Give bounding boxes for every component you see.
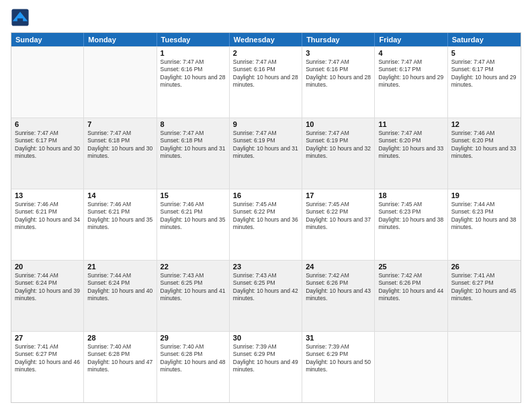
header-day-monday: Monday xyxy=(84,33,157,46)
cal-cell-25: 25Sunrise: 7:42 AM Sunset: 6:26 PM Dayli… xyxy=(375,261,447,331)
cell-info: Sunrise: 7:41 AM Sunset: 6:27 PM Dayligh… xyxy=(15,343,80,374)
logo-icon xyxy=(11,8,30,27)
cal-cell-29: 29Sunrise: 7:40 AM Sunset: 6:28 PM Dayli… xyxy=(157,332,230,402)
cell-info: Sunrise: 7:43 AM Sunset: 6:25 PM Dayligh… xyxy=(161,272,226,303)
cal-row-4: 27Sunrise: 7:41 AM Sunset: 6:27 PM Dayli… xyxy=(11,331,521,402)
cell-info: Sunrise: 7:47 AM Sunset: 6:18 PM Dayligh… xyxy=(87,130,152,161)
day-number: 15 xyxy=(161,191,226,199)
header-day-saturday: Saturday xyxy=(448,33,521,46)
cell-info: Sunrise: 7:47 AM Sunset: 6:17 PM Dayligh… xyxy=(15,130,80,161)
cell-info: Sunrise: 7:47 AM Sunset: 6:16 PM Dayligh… xyxy=(233,58,298,89)
day-number: 18 xyxy=(378,191,443,199)
cal-row-3: 20Sunrise: 7:44 AM Sunset: 6:24 PM Dayli… xyxy=(11,260,521,331)
cal-cell-8: 8Sunrise: 7:47 AM Sunset: 6:18 PM Daylig… xyxy=(157,118,230,189)
cal-cell-3: 3Sunrise: 7:47 AM Sunset: 6:16 PM Daylig… xyxy=(302,47,375,118)
cal-cell-26: 26Sunrise: 7:41 AM Sunset: 6:27 PM Dayli… xyxy=(448,261,521,331)
cal-cell-24: 24Sunrise: 7:42 AM Sunset: 6:26 PM Dayli… xyxy=(302,261,375,331)
day-number: 21 xyxy=(87,263,152,271)
header xyxy=(11,8,521,27)
day-number: 19 xyxy=(451,191,517,199)
day-number: 29 xyxy=(161,334,226,342)
cal-cell-13: 13Sunrise: 7:46 AM Sunset: 6:21 PM Dayli… xyxy=(11,189,84,260)
cal-cell-empty-1 xyxy=(84,47,157,118)
cell-info: Sunrise: 7:47 AM Sunset: 6:20 PM Dayligh… xyxy=(378,130,443,161)
cell-info: Sunrise: 7:45 AM Sunset: 6:23 PM Dayligh… xyxy=(378,201,443,232)
day-number: 24 xyxy=(306,263,371,271)
cal-cell-21: 21Sunrise: 7:44 AM Sunset: 6:24 PM Dayli… xyxy=(84,261,157,331)
day-number: 23 xyxy=(233,263,298,271)
day-number: 16 xyxy=(233,191,298,199)
day-number: 4 xyxy=(378,49,443,57)
header-day-tuesday: Tuesday xyxy=(157,33,230,46)
calendar-header: SundayMondayTuesdayWednesdayThursdayFrid… xyxy=(11,33,521,46)
cell-info: Sunrise: 7:39 AM Sunset: 6:29 PM Dayligh… xyxy=(233,343,298,374)
day-number: 27 xyxy=(15,334,80,342)
day-number: 17 xyxy=(306,191,371,199)
day-number: 10 xyxy=(306,120,371,128)
cal-cell-19: 19Sunrise: 7:44 AM Sunset: 6:23 PM Dayli… xyxy=(448,189,521,260)
calendar: SundayMondayTuesdayWednesdayThursdayFrid… xyxy=(11,32,521,403)
day-number: 26 xyxy=(451,263,517,271)
cal-cell-1: 1Sunrise: 7:47 AM Sunset: 6:16 PM Daylig… xyxy=(157,47,230,118)
day-number: 22 xyxy=(161,263,226,271)
day-number: 6 xyxy=(15,120,80,128)
cell-info: Sunrise: 7:44 AM Sunset: 6:24 PM Dayligh… xyxy=(15,272,80,303)
cal-cell-11: 11Sunrise: 7:47 AM Sunset: 6:20 PM Dayli… xyxy=(375,118,447,189)
day-number: 28 xyxy=(87,334,152,342)
cal-cell-31: 31Sunrise: 7:39 AM Sunset: 6:29 PM Dayli… xyxy=(302,332,375,402)
cell-info: Sunrise: 7:44 AM Sunset: 6:24 PM Dayligh… xyxy=(87,272,152,303)
day-number: 31 xyxy=(306,334,371,342)
cal-cell-30: 30Sunrise: 7:39 AM Sunset: 6:29 PM Dayli… xyxy=(230,332,302,402)
cal-cell-15: 15Sunrise: 7:46 AM Sunset: 6:21 PM Dayli… xyxy=(157,189,230,260)
cal-cell-18: 18Sunrise: 7:45 AM Sunset: 6:23 PM Dayli… xyxy=(375,189,447,260)
cell-info: Sunrise: 7:42 AM Sunset: 6:26 PM Dayligh… xyxy=(306,272,371,303)
cal-cell-2: 2Sunrise: 7:47 AM Sunset: 6:16 PM Daylig… xyxy=(230,47,302,118)
cell-info: Sunrise: 7:47 AM Sunset: 6:16 PM Dayligh… xyxy=(161,58,226,89)
page: SundayMondayTuesdayWednesdayThursdayFrid… xyxy=(0,0,532,411)
cell-info: Sunrise: 7:43 AM Sunset: 6:25 PM Dayligh… xyxy=(233,272,298,303)
cell-info: Sunrise: 7:46 AM Sunset: 6:21 PM Dayligh… xyxy=(15,201,80,232)
cell-info: Sunrise: 7:46 AM Sunset: 6:21 PM Dayligh… xyxy=(87,201,152,232)
cell-info: Sunrise: 7:47 AM Sunset: 6:18 PM Dayligh… xyxy=(161,130,226,161)
cal-cell-12: 12Sunrise: 7:46 AM Sunset: 6:20 PM Dayli… xyxy=(448,118,521,189)
cell-info: Sunrise: 7:39 AM Sunset: 6:29 PM Dayligh… xyxy=(306,343,371,374)
header-day-thursday: Thursday xyxy=(302,33,375,46)
cal-cell-14: 14Sunrise: 7:46 AM Sunset: 6:21 PM Dayli… xyxy=(84,189,157,260)
cell-info: Sunrise: 7:47 AM Sunset: 6:16 PM Dayligh… xyxy=(306,58,371,89)
cal-cell-empty-6 xyxy=(448,332,521,402)
logo xyxy=(11,8,32,27)
cal-cell-5: 5Sunrise: 7:47 AM Sunset: 6:17 PM Daylig… xyxy=(448,47,521,118)
day-number: 7 xyxy=(87,120,152,128)
cal-cell-empty-5 xyxy=(375,332,447,402)
day-number: 9 xyxy=(233,120,298,128)
cell-info: Sunrise: 7:44 AM Sunset: 6:23 PM Dayligh… xyxy=(451,201,517,232)
day-number: 11 xyxy=(378,120,443,128)
cell-info: Sunrise: 7:45 AM Sunset: 6:22 PM Dayligh… xyxy=(233,201,298,232)
day-number: 5 xyxy=(451,49,517,57)
header-day-wednesday: Wednesday xyxy=(230,33,302,46)
cal-cell-22: 22Sunrise: 7:43 AM Sunset: 6:25 PM Dayli… xyxy=(157,261,230,331)
cell-info: Sunrise: 7:42 AM Sunset: 6:26 PM Dayligh… xyxy=(378,272,443,303)
cal-cell-28: 28Sunrise: 7:40 AM Sunset: 6:28 PM Dayli… xyxy=(84,332,157,402)
cal-cell-6: 6Sunrise: 7:47 AM Sunset: 6:17 PM Daylig… xyxy=(11,118,84,189)
cal-row-0: 1Sunrise: 7:47 AM Sunset: 6:16 PM Daylig… xyxy=(11,46,521,118)
cal-cell-20: 20Sunrise: 7:44 AM Sunset: 6:24 PM Dayli… xyxy=(11,261,84,331)
cell-info: Sunrise: 7:47 AM Sunset: 6:17 PM Dayligh… xyxy=(378,58,443,89)
day-number: 2 xyxy=(233,49,298,57)
calendar-body: 1Sunrise: 7:47 AM Sunset: 6:16 PM Daylig… xyxy=(11,46,521,402)
cell-info: Sunrise: 7:45 AM Sunset: 6:22 PM Dayligh… xyxy=(306,201,371,232)
day-number: 1 xyxy=(161,49,226,57)
day-number: 13 xyxy=(15,191,80,199)
cal-cell-empty-0 xyxy=(11,47,84,118)
cell-info: Sunrise: 7:41 AM Sunset: 6:27 PM Dayligh… xyxy=(451,272,517,303)
cal-cell-27: 27Sunrise: 7:41 AM Sunset: 6:27 PM Dayli… xyxy=(11,332,84,402)
cal-cell-23: 23Sunrise: 7:43 AM Sunset: 6:25 PM Dayli… xyxy=(230,261,302,331)
cell-info: Sunrise: 7:46 AM Sunset: 6:21 PM Dayligh… xyxy=(161,201,226,232)
cal-cell-17: 17Sunrise: 7:45 AM Sunset: 6:22 PM Dayli… xyxy=(302,189,375,260)
cell-info: Sunrise: 7:47 AM Sunset: 6:17 PM Dayligh… xyxy=(451,58,517,89)
cell-info: Sunrise: 7:47 AM Sunset: 6:19 PM Dayligh… xyxy=(306,130,371,161)
cal-cell-9: 9Sunrise: 7:47 AM Sunset: 6:19 PM Daylig… xyxy=(230,118,302,189)
cal-row-1: 6Sunrise: 7:47 AM Sunset: 6:17 PM Daylig… xyxy=(11,118,521,189)
day-number: 14 xyxy=(87,191,152,199)
day-number: 20 xyxy=(15,263,80,271)
